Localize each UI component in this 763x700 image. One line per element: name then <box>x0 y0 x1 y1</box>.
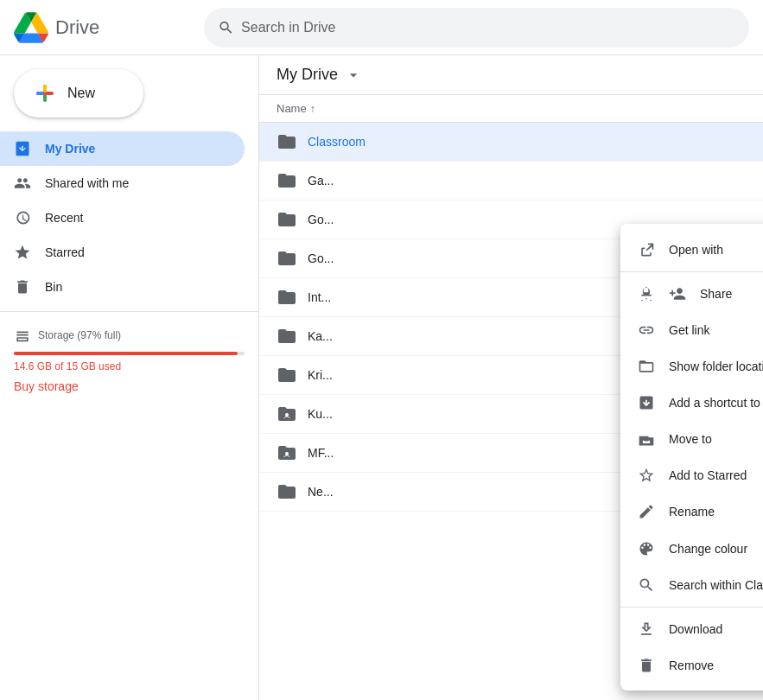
menu-item-rename-label: Rename <box>669 505 763 519</box>
menu-divider <box>620 271 763 272</box>
storage-usage-text: 14.6 GB of 15 GB used <box>14 360 245 372</box>
file-name: Ne... <box>308 485 334 499</box>
drive-logo-icon <box>14 10 48 45</box>
menu-item-get-link[interactable]: Get link <box>620 312 763 348</box>
storage-bar-background <box>14 352 245 355</box>
link-icon <box>638 321 655 339</box>
file-name: Go... <box>308 251 334 265</box>
sidebar-item-bin[interactable]: Bin <box>0 270 245 304</box>
file-name: Int... <box>308 290 331 304</box>
sidebar-item-recent-label: Recent <box>45 211 83 225</box>
sidebar-item-starred[interactable]: Starred <box>0 235 245 270</box>
move-to-icon <box>638 430 655 448</box>
menu-item-starred-label: Add to Starred <box>669 468 763 482</box>
sidebar-item-shared-with-me[interactable]: Shared with me <box>0 166 245 200</box>
file-name: Kri... <box>308 368 333 382</box>
recent-icon <box>14 209 31 226</box>
shared-folder-icon <box>277 404 297 424</box>
file-name: Go... <box>308 213 334 226</box>
menu-item-search-within[interactable]: Search within Classroom <box>620 567 763 603</box>
file-name: Ga... <box>308 174 334 188</box>
menu-item-download[interactable]: Download <box>620 611 763 647</box>
menu-item-add-to-starred[interactable]: Add to Starred <box>620 457 763 493</box>
menu-item-shortcut-label: Add a shortcut to Drive <box>669 396 763 410</box>
folder-location-icon <box>638 358 655 375</box>
menu-item-download-label: Download <box>669 622 763 636</box>
menu-item-remove[interactable]: Remove <box>620 647 763 684</box>
folder-icon <box>277 365 297 385</box>
storage-section: Storage (97% full) 14.6 GB of 15 GB used… <box>0 319 258 404</box>
sidebar-divider <box>0 311 258 312</box>
colour-icon <box>638 540 655 557</box>
menu-item-move-to[interactable]: Move to <box>620 421 763 457</box>
app-title: Drive <box>55 16 99 39</box>
sidebar-item-my-drive-label: My Drive <box>45 142 95 156</box>
search-within-icon <box>638 576 655 594</box>
menu-item-search-within-label: Search within Classroom <box>669 578 763 592</box>
search-icon <box>218 19 234 36</box>
sort-column-name[interactable]: Name <box>277 102 307 115</box>
menu-item-share-label: Share <box>700 287 763 301</box>
svg-point-4 <box>285 413 289 417</box>
folder-icon <box>277 170 297 191</box>
storage-icon <box>14 329 31 347</box>
folder-icon <box>277 287 297 308</box>
menu-item-rename[interactable]: Rename <box>620 493 763 530</box>
rename-icon <box>638 503 655 520</box>
menu-item-change-colour[interactable]: Change colour › <box>620 530 763 567</box>
menu-divider-2 <box>620 607 763 608</box>
table-row[interactable]: Classroom <box>259 123 763 162</box>
new-plus-icon <box>33 81 57 105</box>
my-drive-icon <box>14 140 31 157</box>
menu-item-remove-label: Remove <box>669 659 763 672</box>
search-bar[interactable] <box>204 8 749 48</box>
search-input[interactable] <box>241 20 735 35</box>
buy-storage-link[interactable]: Buy storage <box>14 379 245 393</box>
menu-item-get-link-label: Get link <box>669 323 763 337</box>
sidebar-item-starred-label: Starred <box>45 245 85 259</box>
folder-icon <box>277 248 297 269</box>
new-button-label: New <box>67 86 95 101</box>
sidebar-item-my-drive[interactable]: My Drive <box>0 131 245 166</box>
menu-item-show-folder-label: Show folder location <box>669 360 763 373</box>
folder-icon <box>277 481 297 502</box>
download-icon <box>638 620 655 638</box>
svg-rect-3 <box>36 92 44 95</box>
main-layout: New My Drive Shared with me Recent <box>0 55 763 700</box>
new-button[interactable]: New <box>14 69 143 118</box>
content-area: My Drive Name ↑ Classroom Ga... <box>259 55 763 700</box>
table-row[interactable]: Ga... <box>259 162 763 200</box>
menu-item-add-shortcut[interactable]: Add a shortcut to Drive ? <box>620 385 763 421</box>
file-name: Classroom <box>308 135 366 149</box>
share-person-add-icon <box>669 285 686 302</box>
folder-icon <box>277 131 297 152</box>
menu-item-move-to-label: Move to <box>669 432 763 446</box>
shared-folder-icon <box>277 442 297 463</box>
shared-icon <box>14 175 31 192</box>
content-header: My Drive <box>259 55 763 95</box>
menu-item-open-with-label: Open with <box>669 243 763 257</box>
context-menu: Open with › Share Get link <box>620 224 763 690</box>
storage-label: Storage (97% full) <box>38 329 121 341</box>
menu-item-share[interactable]: Share <box>620 276 763 312</box>
header: Drive <box>0 0 763 55</box>
storage-bar-fill <box>14 352 238 355</box>
menu-item-show-folder-location[interactable]: Show folder location <box>620 348 763 385</box>
bin-icon <box>14 278 31 296</box>
starred-icon <box>14 244 31 261</box>
chevron-down-icon[interactable] <box>345 67 362 84</box>
menu-item-open-with[interactable]: Open with › <box>620 231 763 268</box>
my-drive-title: My Drive <box>277 66 338 84</box>
file-name: Ka... <box>308 329 333 343</box>
svg-point-5 <box>285 452 289 455</box>
logo-area: Drive <box>14 10 204 45</box>
sidebar: New My Drive Shared with me Recent <box>0 55 259 700</box>
sort-direction-icon: ↑ <box>310 103 315 115</box>
folder-icon <box>277 209 297 230</box>
share-icon <box>638 285 655 302</box>
open-with-icon <box>638 241 655 258</box>
file-name: MF... <box>308 446 334 460</box>
shortcut-icon <box>638 394 655 411</box>
file-name: Ku... <box>308 407 333 421</box>
sidebar-item-recent[interactable]: Recent <box>0 200 245 235</box>
